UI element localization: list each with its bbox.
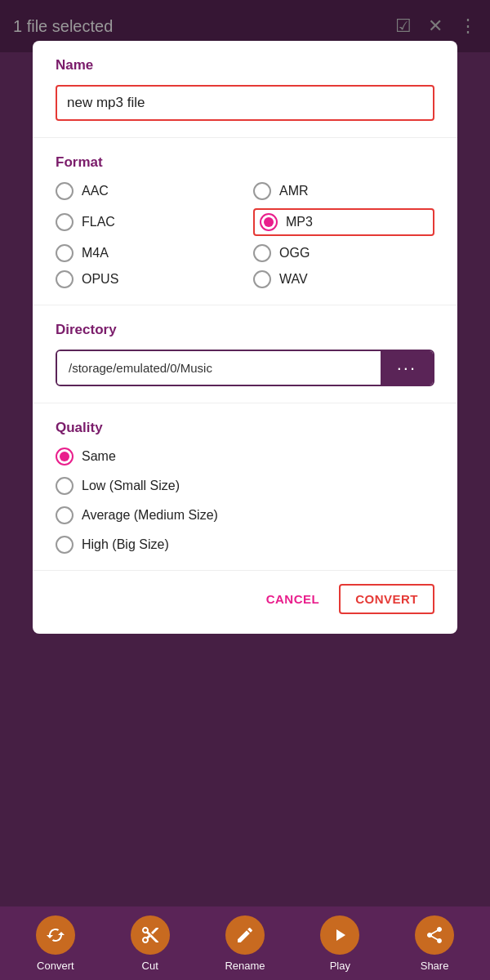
- format-section: Format AAC AMR FLAC: [33, 138, 457, 305]
- toolbar-item-rename[interactable]: Rename: [225, 915, 265, 972]
- directory-browse-button[interactable]: ···: [381, 351, 433, 385]
- radio-same: [56, 448, 74, 466]
- format-option-ogg[interactable]: OGG: [253, 244, 434, 262]
- toolbar-item-share[interactable]: Share: [415, 915, 454, 972]
- format-option-aac[interactable]: AAC: [56, 182, 237, 200]
- name-section: Name: [33, 41, 457, 138]
- quality-label-high: High (Big Size): [82, 537, 169, 552]
- directory-path-input[interactable]: [57, 351, 381, 385]
- format-option-amr[interactable]: AMR: [253, 182, 434, 200]
- radio-aac: [56, 182, 74, 200]
- format-label: Format: [56, 154, 434, 171]
- browse-dots-icon: ···: [397, 358, 416, 379]
- quality-label-low: Low (Small Size): [82, 479, 180, 493]
- format-label-wav: WAV: [279, 272, 308, 287]
- modal-overlay: Name Format AAC AMR FLAC: [0, 0, 490, 980]
- rename-icon: [235, 925, 255, 945]
- name-input[interactable]: [56, 85, 434, 121]
- format-option-opus[interactable]: OPUS: [56, 270, 237, 288]
- quality-label: Quality: [56, 420, 434, 436]
- format-option-wav[interactable]: WAV: [253, 270, 434, 288]
- directory-label: Directory: [56, 322, 434, 338]
- toolbar-label-convert: Convert: [37, 960, 74, 972]
- share-icon-circle: [415, 915, 454, 955]
- toolbar-label-cut: Cut: [142, 960, 158, 972]
- toolbar-label-play: Play: [330, 960, 350, 972]
- share-icon: [425, 925, 444, 945]
- format-option-flac[interactable]: FLAC: [56, 208, 237, 236]
- format-label-amr: AMR: [279, 184, 309, 198]
- cut-icon-circle: [131, 915, 170, 955]
- play-icon-circle: [320, 915, 359, 955]
- radio-low: [56, 477, 74, 495]
- quality-section: Quality Same Low (Small Size) Average (M…: [33, 403, 457, 571]
- directory-section: Directory ···: [33, 305, 457, 403]
- format-label-aac: AAC: [82, 184, 109, 198]
- cancel-button[interactable]: CANCEL: [266, 592, 320, 606]
- format-label-m4a: M4A: [82, 246, 109, 261]
- convert-icon-circle: [36, 915, 75, 955]
- toolbar-label-rename: Rename: [225, 960, 265, 972]
- radio-high: [56, 536, 74, 554]
- toolbar-item-play[interactable]: Play: [320, 915, 359, 972]
- toolbar-item-cut[interactable]: Cut: [131, 915, 170, 972]
- quality-option-average[interactable]: Average (Medium Size): [56, 506, 434, 524]
- convert-button[interactable]: CONVERT: [339, 584, 434, 614]
- format-option-m4a[interactable]: M4A: [56, 244, 237, 262]
- convert-dialog: Name Format AAC AMR FLAC: [33, 41, 457, 634]
- radio-wav: [253, 270, 271, 288]
- toolbar-item-convert[interactable]: Convert: [36, 915, 75, 972]
- radio-ogg: [253, 244, 271, 262]
- quality-label-same: Same: [82, 449, 116, 464]
- format-label-ogg: OGG: [279, 246, 310, 261]
- rename-icon-circle: [225, 915, 265, 955]
- quality-option-same[interactable]: Same: [56, 448, 434, 466]
- radio-mp3: [260, 213, 278, 231]
- cut-icon: [140, 925, 160, 945]
- format-option-mp3[interactable]: MP3: [253, 208, 434, 236]
- name-label: Name: [56, 57, 434, 74]
- dialog-actions: CANCEL CONVERT: [33, 571, 457, 614]
- format-label-mp3: MP3: [286, 215, 313, 229]
- radio-flac: [56, 213, 74, 231]
- play-icon: [330, 925, 350, 945]
- radio-average: [56, 506, 74, 524]
- toolbar-label-share: Share: [421, 960, 449, 972]
- radio-opus: [56, 270, 74, 288]
- convert-icon: [46, 925, 65, 945]
- directory-row: ···: [56, 350, 434, 386]
- quality-option-low[interactable]: Low (Small Size): [56, 477, 434, 495]
- format-grid: AAC AMR FLAC MP3: [56, 182, 434, 288]
- radio-m4a: [56, 244, 74, 262]
- format-label-opus: OPUS: [82, 272, 118, 287]
- quality-label-average: Average (Medium Size): [82, 508, 218, 523]
- bottom-toolbar: Convert Cut Rename Play: [0, 906, 490, 980]
- quality-option-high[interactable]: High (Big Size): [56, 536, 434, 554]
- radio-amr: [253, 182, 271, 200]
- quality-list: Same Low (Small Size) Average (Medium Si…: [56, 448, 434, 554]
- format-label-flac: FLAC: [82, 215, 115, 229]
